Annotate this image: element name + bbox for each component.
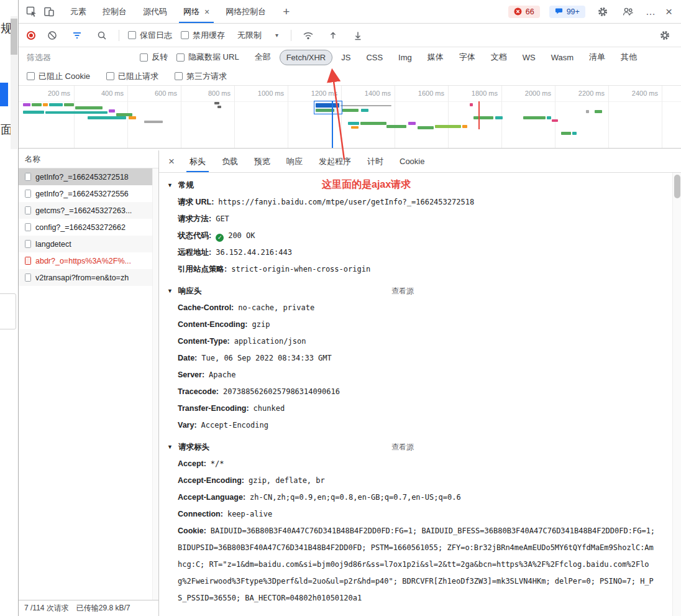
invert-checkbox-group[interactable]: 反转 bbox=[140, 52, 168, 63]
blocked-cookies-checkbox[interactable] bbox=[27, 72, 35, 80]
request-row[interactable]: getcms?_=166245327263... bbox=[19, 202, 158, 219]
error-circle-icon bbox=[514, 7, 522, 16]
request-row[interactable]: abdr?_o=https%3A%2F%... bbox=[19, 252, 158, 269]
invert-checkbox[interactable] bbox=[140, 53, 148, 62]
section-header[interactable]: ▼响应头查看源 bbox=[159, 282, 662, 300]
waterfall-bar bbox=[75, 106, 103, 109]
filter-input[interactable] bbox=[27, 53, 131, 62]
more-options-button[interactable]: … bbox=[646, 7, 656, 17]
name-column-header[interactable]: 名称 bbox=[19, 150, 158, 168]
filter-pill[interactable]: 字体 bbox=[452, 48, 482, 66]
close-devtools-button[interactable]: × bbox=[665, 6, 672, 17]
filter-pill[interactable]: 全部 bbox=[248, 48, 278, 66]
request-details-panel: × 标头负载预览响应发起程序计时Cookie ▼常规请求 URL:https:/… bbox=[159, 150, 681, 616]
request-row[interactable]: config?_=1662453272662 bbox=[19, 219, 158, 236]
filter-pill[interactable]: JS bbox=[334, 50, 357, 65]
overview-gridline bbox=[608, 86, 609, 148]
search-button[interactable] bbox=[94, 27, 110, 44]
overview-tick-label: 1600 ms bbox=[400, 90, 444, 97]
add-panel-button[interactable]: + bbox=[275, 5, 297, 19]
throttling-select[interactable]: 无限制 ▾ bbox=[234, 28, 282, 43]
page-scrollbar-thumb[interactable] bbox=[11, 19, 17, 55]
headers-content: ▼常规请求 URL:https://fanyi.baidu.com/mtpe/u… bbox=[159, 173, 681, 616]
network-conditions-button[interactable] bbox=[300, 27, 316, 44]
detail-tab[interactable]: 计时 bbox=[359, 150, 391, 172]
message-counter-badge[interactable]: 99+ bbox=[549, 6, 585, 18]
filter-pill[interactable]: 其他 bbox=[614, 48, 644, 66]
request-row[interactable]: langdetect bbox=[19, 236, 158, 252]
inspect-element-button[interactable] bbox=[24, 4, 40, 20]
toolbar-divider bbox=[291, 30, 291, 41]
accounts-button[interactable] bbox=[620, 4, 636, 20]
disable-cache-checkbox[interactable] bbox=[181, 31, 189, 39]
header-row: Content-Encoding:gzip bbox=[159, 316, 662, 333]
view-source-button[interactable]: 查看源 bbox=[391, 442, 414, 453]
detail-tab[interactable]: 标头 bbox=[181, 150, 214, 172]
request-row[interactable]: getInfo?_=1662453272518 bbox=[19, 168, 158, 185]
network-overview[interactable]: 200 ms400 ms600 ms800 ms1000 ms1200 ms14… bbox=[19, 86, 681, 149]
close-details-button[interactable]: × bbox=[163, 154, 180, 170]
filter-pill[interactable]: WS bbox=[516, 50, 542, 65]
blocked-cookies-checkbox-group[interactable]: 已阻止 Cookie bbox=[27, 71, 90, 82]
third-party-checkbox[interactable] bbox=[175, 72, 183, 80]
header-value: application/json bbox=[234, 337, 306, 346]
clear-network-log-button[interactable] bbox=[44, 27, 60, 44]
detail-tab[interactable]: 发起程序 bbox=[311, 150, 359, 172]
detail-tab[interactable]: Cookie bbox=[391, 150, 432, 172]
devtools-tab[interactable]: 网络控制台 bbox=[217, 0, 274, 23]
devtools-tab[interactable]: 网络× bbox=[175, 0, 217, 23]
third-party-checkbox-group[interactable]: 第三方请求 bbox=[175, 71, 227, 82]
filter-pill[interactable]: Wasm bbox=[544, 50, 580, 65]
blocked-requests-checkbox[interactable] bbox=[106, 72, 114, 80]
filter-pill[interactable]: CSS bbox=[359, 50, 390, 65]
arrow-down-icon bbox=[353, 30, 363, 40]
export-har-button[interactable] bbox=[350, 27, 366, 44]
filter-pill[interactable]: Img bbox=[391, 50, 419, 65]
record-network-log-button[interactable] bbox=[27, 31, 35, 40]
close-tab-icon[interactable]: × bbox=[204, 7, 209, 17]
details-scrollbar-track[interactable] bbox=[672, 173, 681, 616]
hide-data-urls-checkbox[interactable] bbox=[176, 53, 185, 62]
invert-label: 反转 bbox=[152, 52, 168, 63]
error-count: 66 bbox=[526, 7, 534, 16]
devtools-tab[interactable]: 控制台 bbox=[94, 0, 135, 23]
request-list-scrollbar[interactable] bbox=[152, 168, 158, 600]
waterfall-bar bbox=[408, 122, 416, 125]
devtools-settings-button[interactable] bbox=[595, 4, 611, 20]
header-name: Cookie: bbox=[178, 526, 206, 535]
devtools-tab[interactable]: 源代码 bbox=[135, 0, 175, 23]
device-toolbar-button[interactable] bbox=[41, 4, 57, 20]
detail-tab[interactable]: 预览 bbox=[246, 150, 278, 172]
file-icon bbox=[25, 274, 31, 282]
devtools-tab[interactable]: 元素 bbox=[62, 0, 94, 23]
import-har-button[interactable] bbox=[325, 27, 341, 44]
file-icon bbox=[25, 240, 31, 248]
waterfall-bar bbox=[572, 132, 577, 135]
request-row[interactable]: getInfo?_=1662453272556 bbox=[19, 185, 158, 202]
filter-pill[interactable]: Fetch/XHR bbox=[280, 50, 333, 65]
devtools-tab-strip: 元素控制台源代码网络×网络控制台 bbox=[62, 0, 274, 23]
filter-pill[interactable]: 清单 bbox=[582, 48, 612, 66]
devtools-screenshot: 规 面 元素控制台源代码网络×网络控制台 + 66 bbox=[0, 0, 681, 616]
view-source-button[interactable]: 查看源 bbox=[391, 286, 414, 297]
preserve-log-checkbox[interactable] bbox=[128, 31, 136, 39]
waterfall-bar bbox=[340, 105, 391, 106]
preserve-log-checkbox-group[interactable]: 保留日志 bbox=[128, 30, 172, 41]
filter-pill[interactable]: 文档 bbox=[484, 48, 514, 66]
devtools-window: 元素控制台源代码网络×网络控制台 + 66 99+ … × bbox=[19, 0, 681, 616]
details-scrollbar-thumb[interactable] bbox=[674, 175, 680, 198]
detail-tab[interactable]: 负载 bbox=[214, 150, 246, 172]
detail-tab[interactable]: 响应 bbox=[278, 150, 311, 172]
hide-data-urls-checkbox-group[interactable]: 隐藏数据 URL bbox=[176, 52, 239, 63]
blocked-requests-checkbox-group[interactable]: 已阻止请求 bbox=[106, 71, 158, 82]
section-header[interactable]: ▼请求标头查看源 bbox=[159, 438, 662, 456]
network-settings-button[interactable] bbox=[657, 27, 673, 44]
overview-gridline bbox=[341, 86, 342, 148]
filter-toggle-button[interactable] bbox=[69, 27, 85, 44]
type-filter-pills: 全部Fetch/XHRJSCSSImg媒体字体文档WSWasm清单其他 bbox=[248, 48, 644, 66]
error-counter-badge[interactable]: 66 bbox=[508, 6, 540, 18]
header-row: 引用站点策略:strict-origin-when-cross-origin bbox=[159, 261, 662, 278]
filter-pill[interactable]: 媒体 bbox=[421, 48, 450, 66]
request-row[interactable]: v2transapi?from=en&to=zh bbox=[19, 269, 158, 286]
disable-cache-checkbox-group[interactable]: 禁用缓存 bbox=[181, 30, 225, 41]
